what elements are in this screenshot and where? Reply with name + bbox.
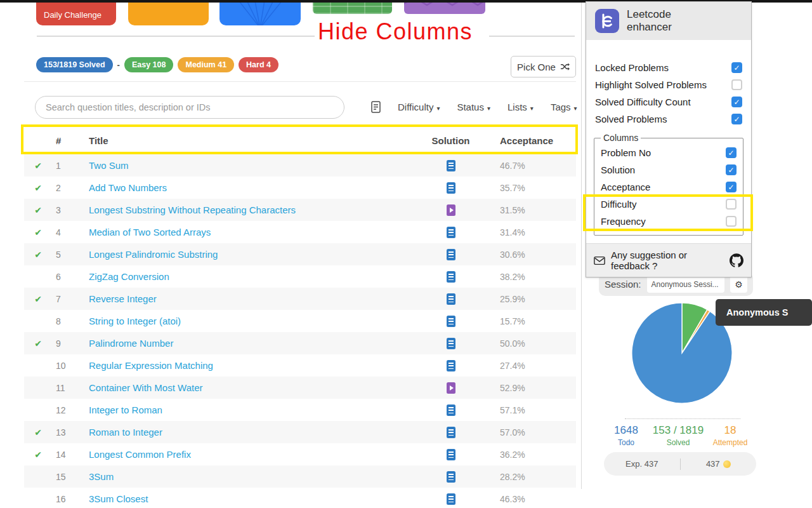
table-row: 6ZigZag Conversion38.2% (24, 265, 576, 288)
panel-option: Solved Problems✓ (595, 110, 742, 128)
divider-line (37, 36, 315, 37)
solution-article-icon[interactable] (447, 160, 455, 171)
columns-group: Columns Problem No✓Solution✓Acceptance✓D… (594, 133, 743, 236)
solution-article-icon[interactable] (447, 360, 455, 371)
pie-tooltip: Anonymous S (716, 299, 812, 326)
solution-article-icon[interactable] (447, 249, 455, 260)
solution-article-icon[interactable] (447, 316, 455, 327)
pick-one-label: Pick One (517, 62, 556, 72)
header-number[interactable]: # (52, 135, 89, 146)
feedback-row[interactable]: Any suggestion or feedback ? (586, 243, 751, 277)
option-checkbox[interactable]: ✓ (731, 62, 742, 73)
solution-article-icon[interactable] (447, 493, 455, 505)
problem-number: 14 (52, 450, 89, 460)
rays-pattern-icon (219, 0, 301, 25)
hide-columns-annotation: Hide Columns (318, 18, 473, 45)
solution-article-icon[interactable] (447, 449, 455, 460)
option-checkbox[interactable]: ✓ (726, 147, 737, 158)
solution-article-icon[interactable] (447, 404, 455, 416)
solution-article-icon[interactable] (447, 271, 455, 283)
solution-article-icon[interactable] (447, 227, 455, 238)
panel-option: Difficulty (601, 196, 737, 213)
problem-title-link[interactable]: 3Sum Closest (89, 493, 148, 504)
problem-title-link[interactable]: Median of Two Sorted Arrays (89, 227, 211, 237)
chevron-down-icon: ▾ (436, 105, 440, 112)
problem-number: 6 (52, 272, 89, 282)
option-checkbox[interactable] (726, 199, 737, 210)
solution-video-icon[interactable] (447, 204, 455, 216)
solved-summary: 153/1819 Solved - Easy 108 Medium 41 Har… (36, 57, 278, 72)
table-row: ✔4Median of Two Sorted Arrays31.4% (24, 221, 576, 243)
problem-number: 8 (52, 316, 89, 326)
tags-dropdown[interactable]: Tags ▾ (551, 102, 577, 112)
option-checkbox[interactable]: ✓ (726, 182, 737, 192)
lists-dropdown[interactable]: Lists ▾ (508, 102, 534, 112)
medium-count-badge: Medium 41 (178, 57, 234, 72)
solution-article-icon[interactable] (447, 471, 455, 483)
problem-title-link[interactable]: Regular Expression Matching (89, 360, 213, 371)
problem-title-link[interactable]: Add Two Numbers (89, 182, 167, 193)
solution-article-icon[interactable] (447, 293, 455, 305)
option-label: Solution (601, 164, 635, 175)
problem-title-link[interactable]: Longest Palindromic Substring (89, 249, 218, 260)
table-row: ✔5Longest Palindromic Substring30.6% (24, 243, 576, 265)
solved-check-icon: ✔ (34, 227, 42, 237)
problem-title-link[interactable]: Container With Most Water (89, 382, 203, 393)
solution-article-icon[interactable] (447, 338, 455, 349)
stats-divider (625, 418, 740, 419)
search-input[interactable] (35, 96, 344, 119)
problem-title-link[interactable]: Reverse Integer (89, 293, 157, 304)
daily-challenge-label: Daily Challenge (44, 10, 102, 20)
stat-todo: 1648Todo (600, 424, 652, 447)
header-solution[interactable]: Solution (414, 135, 487, 146)
problem-title-link[interactable]: 3Sum (89, 471, 114, 482)
solution-article-icon[interactable] (447, 182, 455, 194)
lists-dropdown-label: Lists (508, 102, 527, 112)
solved-check-icon: ✔ (34, 450, 42, 460)
acceptance-value: 15.7% (487, 316, 576, 326)
github-icon[interactable] (730, 253, 743, 267)
problem-title-link[interactable]: Roman to Integer (89, 427, 162, 438)
panel-option: Acceptance✓ (601, 178, 737, 196)
daily-challenge-card[interactable]: Daily Challenge (36, 0, 116, 25)
leetcode-enhancer-panel: Leetcode enhancer Locked Problems✓Highli… (586, 1, 752, 277)
header-title[interactable]: Title (89, 135, 414, 146)
session-select[interactable]: Anonymous Sessi... (647, 276, 724, 293)
option-checkbox[interactable]: ✓ (731, 97, 742, 107)
option-checkbox[interactable]: ✓ (726, 164, 737, 175)
gear-icon: ⚙ (735, 279, 743, 290)
problem-title-link[interactable]: ZigZag Conversion (89, 271, 169, 282)
difficulty-dropdown[interactable]: Difficulty ▾ (398, 102, 440, 112)
table-row: ✔1Two Sum46.7% (24, 154, 576, 177)
pick-one-button[interactable]: Pick One (511, 56, 576, 77)
envelope-icon (594, 256, 605, 265)
option-label: Solved Difficulty Count (595, 97, 691, 107)
nav-card-orange[interactable] (128, 0, 209, 25)
acceptance-value: 30.6% (487, 250, 576, 260)
problems-table: # Title Solution Acceptance ✔1Two Sum46.… (24, 127, 576, 508)
option-label: Difficulty (601, 199, 636, 210)
stat-solved: 153 / 1819Solved (652, 424, 704, 447)
problem-title-link[interactable]: Palindrome Number (89, 338, 173, 349)
session-settings-button[interactable]: ⚙ (730, 276, 747, 293)
problem-title-link[interactable]: Longest Substring Without Repeating Char… (89, 204, 296, 215)
status-dropdown[interactable]: Status ▾ (457, 102, 490, 112)
option-checkbox[interactable] (726, 216, 737, 227)
header-acceptance[interactable]: Acceptance (487, 135, 576, 146)
problem-title-link[interactable]: Two Sum (89, 160, 129, 171)
option-checkbox[interactable] (731, 79, 742, 90)
problem-title-link[interactable]: String to Integer (atoi) (89, 316, 181, 326)
problem-number: 13 (52, 427, 89, 438)
columns-legend: Columns (601, 133, 641, 143)
solution-article-icon[interactable] (447, 427, 455, 438)
problem-title-link[interactable]: Longest Common Prefix (89, 449, 191, 460)
solved-check-icon: ✔ (34, 250, 42, 260)
nav-card-blue[interactable] (219, 0, 301, 25)
solution-video-icon[interactable] (447, 382, 455, 394)
description-page-icon[interactable] (371, 101, 381, 113)
acceptance-value: 46.3% (487, 494, 576, 504)
acceptance-value: 50.0% (487, 338, 576, 349)
filter-bar: Difficulty ▾ Status ▾ Lists ▾ Tags ▾ (371, 101, 577, 113)
problem-title-link[interactable]: Integer to Roman (89, 404, 162, 415)
option-checkbox[interactable]: ✓ (731, 114, 742, 124)
